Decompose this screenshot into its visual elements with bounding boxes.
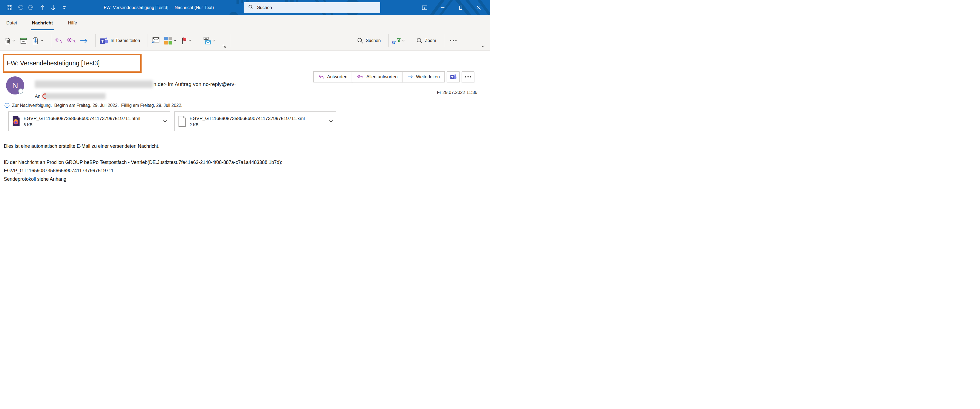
- ribbon-right-groups: Suchen a: [357, 31, 459, 51]
- attachment-options-chevron-icon[interactable]: [329, 120, 333, 123]
- chevron-down-icon[interactable]: [188, 40, 191, 42]
- forward-button[interactable]: Weiterleiten: [402, 72, 445, 82]
- save-icon[interactable]: [4, 2, 15, 13]
- message-body: Dies ist eine automatisch erstellte E-Ma…: [4, 143, 282, 182]
- tab-datei[interactable]: Datei: [6, 19, 18, 27]
- delete-button[interactable]: [5, 37, 15, 45]
- ribbon-divider: [148, 34, 148, 47]
- titlebar-search[interactable]: [243, 2, 380, 13]
- share-to-teams-button[interactable]: In Teams teilen: [99, 37, 140, 45]
- titlebar: FW: Versendebestätigung [Test3] - Nachri…: [0, 0, 490, 15]
- reply-all-button[interactable]: Allen antworten: [352, 72, 402, 82]
- previous-item-icon[interactable]: [37, 2, 48, 13]
- collapse-ribbon-icon[interactable]: [481, 44, 485, 49]
- attachment-size: 2 KB: [189, 122, 327, 127]
- presence-badge: [18, 88, 23, 94]
- more-actions-button[interactable]: [462, 72, 474, 82]
- body-line: ID der Nachricht an Procilon GROUP beBPo…: [4, 159, 282, 166]
- window-title: FW: Versendebestätigung [Test3] - Nachri…: [104, 0, 214, 15]
- message-actions: Antworten Allen antworten Weiterleiten: [313, 72, 474, 82]
- from-fragment: n.de> im Auftrag von no-reply@erv·: [153, 81, 236, 87]
- more-commands-icon[interactable]: [447, 40, 460, 42]
- minimize-icon[interactable]: [433, 0, 452, 15]
- attachment-name: EGVP_GT116590873586656907411737997519711…: [189, 116, 327, 121]
- move-to-folder-button[interactable]: [32, 37, 43, 45]
- reply-all-icon[interactable]: [67, 37, 75, 44]
- subject-annotation-box: FW: Versendebestätigung [Test3]: [3, 54, 142, 73]
- reply-all-label: Allen antworten: [366, 74, 398, 79]
- ribbon-display-options-icon[interactable]: [415, 0, 433, 15]
- ribbon-divider: [51, 34, 51, 47]
- chevron-down-icon[interactable]: [12, 40, 15, 42]
- forward-icon[interactable]: [80, 37, 88, 44]
- assign-policy-icon[interactable]: [203, 37, 215, 45]
- attachment-card-xml[interactable]: EGVP_GT116590873586656907411737997519711…: [174, 112, 336, 131]
- ribbon: In Teams teilen: [0, 31, 490, 51]
- undo-icon[interactable]: [15, 2, 26, 13]
- ribbon-divider: [230, 34, 230, 47]
- body-line: EGVP_GT116590873586656907411737997519711: [4, 167, 282, 174]
- redacted-sender: [35, 80, 153, 88]
- archive-button[interactable]: [19, 37, 27, 45]
- reply-label: Antworten: [327, 74, 347, 79]
- received-date: Fr 29.07.2022 11:36: [437, 90, 477, 95]
- ribbon-divider: [444, 34, 444, 47]
- to-label: An: [35, 94, 40, 99]
- body-line: Sendeprotokoll siehe Anhang: [4, 176, 282, 183]
- search-icon: [248, 5, 253, 11]
- reply-icon[interactable]: [55, 37, 62, 44]
- ribbon-search-button[interactable]: Suchen: [357, 37, 380, 44]
- ribbon-group-teams: In Teams teilen: [99, 31, 144, 51]
- attachment-options-chevron-icon[interactable]: [163, 120, 167, 123]
- zoom-label: Zoom: [425, 38, 436, 43]
- svg-text:a: a: [392, 39, 395, 45]
- tab-hilfe[interactable]: Hilfe: [67, 19, 78, 27]
- tab-nachricht[interactable]: Nachricht: [32, 19, 54, 27]
- redaction-mark-icon: [42, 93, 48, 99]
- ribbon-group-delete: [5, 31, 48, 51]
- categorize-icon[interactable]: [164, 37, 177, 45]
- avatar-initial: N: [12, 81, 18, 90]
- ribbon-tabs: Datei Nachricht Hilfe: [0, 15, 490, 31]
- follow-up-flag-icon[interactable]: [181, 37, 191, 45]
- attachment-meta: EGVP_GT116590873586656907411737997519711…: [189, 116, 327, 127]
- quick-access-toolbar: [4, 0, 70, 15]
- attachment-name: EGVP_GT116590873586656907411737997519711…: [24, 116, 161, 121]
- window-controls: [415, 0, 488, 15]
- search-input[interactable]: [256, 5, 362, 10]
- from-line: n.de> im Auftrag von no-reply@erv·: [35, 80, 236, 88]
- xml-file-icon: [178, 116, 186, 127]
- outlook-message-window: FW: Versendebestätigung [Test3] - Nachri…: [0, 0, 490, 204]
- firefox-html-file-icon: [12, 116, 20, 127]
- share-to-teams-button-small[interactable]: [447, 72, 460, 82]
- body-line: Dies ist eine automatisch erstellte E-Ma…: [4, 143, 282, 150]
- ribbon-group-tags: [151, 31, 227, 51]
- followup-banner: Zur Nachverfolgung. Beginn am Freitag, 2…: [5, 103, 183, 108]
- attachment-card-html[interactable]: EGVP_GT116590873586656907411737997519711…: [8, 112, 170, 131]
- zoom-button[interactable]: Zoom: [416, 37, 436, 44]
- message-subject: FW: Versendebestätigung [Test3]: [7, 60, 100, 67]
- reply-button[interactable]: Antworten: [313, 72, 352, 82]
- attachments: EGVP_GT116590873586656907411737997519711…: [8, 112, 336, 131]
- ribbon-divider: [95, 34, 96, 47]
- chevron-down-icon[interactable]: [173, 40, 177, 42]
- next-item-icon[interactable]: [48, 2, 59, 13]
- attachment-meta: EGVP_GT116590873586656907411737997519711…: [24, 116, 161, 127]
- close-icon[interactable]: [470, 0, 488, 15]
- redo-icon[interactable]: [26, 2, 37, 13]
- attachment-size: 8 KB: [24, 122, 161, 127]
- ribbon-group-respond: [55, 31, 92, 51]
- translate-icon[interactable]: a: [392, 37, 405, 45]
- mark-unread-icon[interactable]: [151, 37, 160, 45]
- chevron-down-icon[interactable]: [212, 40, 215, 42]
- forward-label: Weiterleiten: [416, 74, 440, 79]
- teams-share-label: In Teams teilen: [111, 38, 140, 43]
- to-line: An: [35, 93, 106, 99]
- followup-text: Zur Nachverfolgung. Beginn am Freitag, 2…: [12, 103, 183, 108]
- maximize-icon[interactable]: [452, 0, 470, 15]
- chevron-down-icon[interactable]: [40, 40, 43, 42]
- ribbon-divider: [388, 34, 389, 47]
- dialog-launcher-icon[interactable]: [223, 44, 226, 49]
- customize-quick-access-icon[interactable]: [59, 2, 70, 13]
- chevron-down-icon[interactable]: [402, 40, 405, 42]
